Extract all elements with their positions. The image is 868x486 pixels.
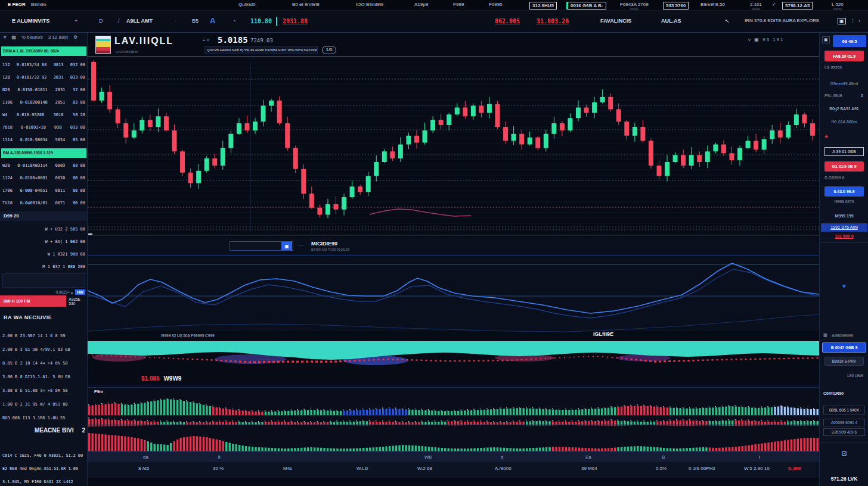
favorites-menu[interactable]: FAVALINCIS — [600, 18, 631, 24]
time-tick-6: I — [759, 454, 760, 460]
watch-row[interactable]: N268-0150-01011203132 08 — [2, 88, 85, 95]
menubar-item-0[interactable]: Qu9nd0 — [238, 2, 255, 7]
menubar-item-7[interactable]: 0016 G6B A B: — [566, 2, 606, 10]
menubar-item-8[interactable]: F6943A 270999999 — [620, 2, 649, 11]
watch-cell: 0-0110XW3114 — [17, 163, 48, 170]
instrument-logo[interactable] — [95, 36, 111, 54]
field-value-3[interactable]: 0 — [861, 94, 863, 98]
chart-header-icons[interactable]: ≡ ᵍ — [203, 38, 209, 43]
time-axis[interactable]: dailW8dEaBI — [88, 451, 819, 462]
watch-cell: 03 08 — [73, 138, 85, 145]
menubar-item-3[interactable]: A19p9 — [414, 2, 428, 7]
scroll-down-icon[interactable]: ▼ — [820, 283, 868, 289]
indicator-name[interactable]: MICIDIE90 — [311, 241, 337, 247]
section-title-2: RA WA NECIUVIE — [4, 314, 52, 320]
watch-row[interactable]: W40-010-93286501050 20 — [2, 113, 85, 120]
depth-row-1[interactable]: W + 8A( 1 082 08 — [2, 239, 85, 247]
overflow-menu-icon[interactable]: ⋮ — [850, 18, 855, 24]
menubar-item-14[interactable]: L 52099999 — [832, 2, 844, 11]
watch-row[interactable]: 17066-000-04651081108 08 — [2, 188, 85, 195]
field-label-7: f9999 A979 — [820, 200, 868, 204]
watch-row[interactable]: 11240-0100×0001083000 00 — [2, 176, 85, 183]
watch-cell: 32 08 — [73, 88, 85, 95]
sidebar-tool-icon-0[interactable]: # — [4, 35, 6, 40]
watch-row[interactable]: W280-0110XW3114080388 08 — [2, 163, 85, 170]
menubar-item-2[interactable]: IOO B9mt9l9 — [356, 2, 383, 7]
layout-box-icon[interactable]: ▣ — [838, 18, 846, 24]
news-banner[interactable]: Q0VVB HA669 NAB 8) 59L49 AVR6 6329B4 F09… — [204, 46, 318, 54]
hw-badge[interactable]: HW — [75, 289, 85, 295]
chart-top-right-icons[interactable]: v ▣ 93 191 — [748, 37, 784, 42]
app-brand-suffix: B9m9n — [31, 2, 46, 7]
draw-tool-icon[interactable]: D — [99, 18, 103, 24]
control-field-1[interactable]: B05L 606 1 940X — [823, 406, 865, 415]
mid-row: ▣ ····· MICIDIE90 B9459 A09 P199 9919199 — [88, 238, 819, 255]
monitor-icon[interactable]: ⊡ — [820, 450, 868, 457]
ribbon-indicator[interactable] — [88, 339, 819, 372]
buy-button[interactable]: 68 49.5 — [833, 35, 866, 47]
watch-cell: 8-0150-01011 — [17, 88, 48, 95]
depth-section-header[interactable]: D99 20 — [0, 211, 88, 221]
watch-cell: 0830 — [55, 176, 65, 183]
field-label-4: B0g2 BA91 A91 — [820, 107, 868, 111]
cursor-icon[interactable]: ↖ — [725, 18, 730, 24]
order-panel: ▣ 68 49.5 FA9.10 01.9 L& assca G9mm99 49… — [819, 33, 868, 486]
instrument-name[interactable]: A9LL AMT — [126, 18, 153, 24]
field-label-8: M999 199 — [820, 214, 868, 218]
sidebar-tool-icon-4[interactable]: ⚙ — [73, 35, 78, 40]
search-grid-button[interactable]: ▣ — [281, 242, 292, 250]
control-field-3[interactable]: S9f0909 409 6 — [823, 428, 865, 436]
watch-row[interactable]: TV108-040010/01087100 08 — [2, 201, 85, 208]
sidebar-tool-icon-3[interactable]: 3 12 a99t — [48, 35, 68, 40]
sidebar-tool-icon-1[interactable]: ▥ — [11, 35, 16, 40]
quantity-box[interactable]: A 39 61 G6B — [824, 147, 864, 156]
depth-row-3[interactable]: M 1 637 1 088 208 — [2, 264, 85, 272]
add-order-icon[interactable]: + — [824, 133, 828, 140]
mode-label[interactable]: IRN 370.8 EDITE AURA EXPLORE — [745, 18, 819, 23]
symbol-label[interactable]: E ALUMINVITS — [12, 18, 49, 24]
histogram-pane[interactable] — [88, 387, 819, 451]
aulas-menu[interactable]: AUL.AS — [661, 18, 681, 24]
watch-row[interactable]: 1280-0101/32 922831033 08 — [2, 75, 85, 82]
macd-indicator-label[interactable]: MEACNE BIVI — [35, 427, 74, 434]
menubar-item-1[interactable]: B0 et 9m9rt9 — [292, 2, 320, 7]
oscillator-pane[interactable] — [88, 255, 819, 331]
add-symbol-button[interactable]: + — [75, 18, 78, 24]
panel-tab-icon[interactable]: ▣ — [822, 36, 830, 43]
watch-group-header-2[interactable]: BM A-138.89999 2930 1 329 — [1, 148, 86, 158]
position-row[interactable]: 1191 376 A99 — [821, 223, 867, 232]
watch-row[interactable]: 78188-01092×18038033 08 — [2, 125, 85, 132]
control-field-2[interactable]: A00099 6091 4 — [823, 419, 865, 426]
order-input-box[interactable] — [2, 273, 85, 288]
menubar-item-5[interactable]: F0990 — [489, 2, 503, 7]
sell-button[interactable]: FA9.10 01.9 — [824, 51, 864, 61]
buy-limit-button[interactable]: 6.43.0 99.9 — [824, 186, 864, 197]
menubar-item-4[interactable]: F999 — [453, 2, 464, 7]
secondary-mode-button[interactable]: B9939 S-PRV — [824, 357, 864, 366]
watch-row[interactable]: 11060-010200148205103 08 — [2, 100, 85, 107]
spread-text: 0.0029+ ▴ — [55, 290, 73, 295]
depth-row-2[interactable]: W 1 0321 988 60 — [2, 252, 85, 259]
candlestick-chart[interactable] — [88, 57, 819, 235]
menubar-item-13[interactable]: 5798.12.A5 — [782, 2, 813, 10]
watch-group-header-1[interactable]: BRM A·L.8L 299.80RV 80. 682× — [1, 46, 86, 56]
watch-cell: W4 — [2, 113, 7, 120]
watch-cell: 0871 — [55, 201, 65, 208]
stat-row-0: 2.00 B 23.507 14 1 8 8 59 — [2, 334, 85, 341]
menubar-item-12[interactable]: ✓ — [772, 2, 776, 7]
watch-cell: 2831 — [54, 75, 64, 82]
watch-row[interactable]: 1320-0103/34 889813032 08 — [2, 63, 85, 70]
menubar-item-10[interactable]: B9m9h9,50 — [700, 2, 725, 7]
sidebar-tool-icon-2[interactable]: ⟲ b9un99 — [21, 35, 43, 40]
timeframe-b5[interactable]: B5 — [192, 18, 199, 24]
selected-mode-button[interactable]: B 6047 G6B 9 — [822, 342, 866, 353]
sell-limit-button[interactable]: G1.31G 0B 9 — [824, 161, 864, 172]
menubar-item-6[interactable]: 312.9HU5 — [529, 2, 557, 10]
depth-row-0[interactable]: W + U32 2 505 08 — [2, 227, 85, 234]
menubar-item-11[interactable]: 2.10199999 — [750, 2, 762, 11]
watch-row[interactable]: 13148-010-98034503403 08 — [2, 138, 85, 145]
collapse-icon[interactable]: ‹ — [858, 18, 860, 24]
menubar-item-9[interactable]: 535 5760 — [663, 2, 689, 10]
sell-pill-button[interactable]: 800 H 100 FM — [0, 295, 66, 307]
banner-toggle-button[interactable]: 1/0 — [322, 46, 336, 54]
